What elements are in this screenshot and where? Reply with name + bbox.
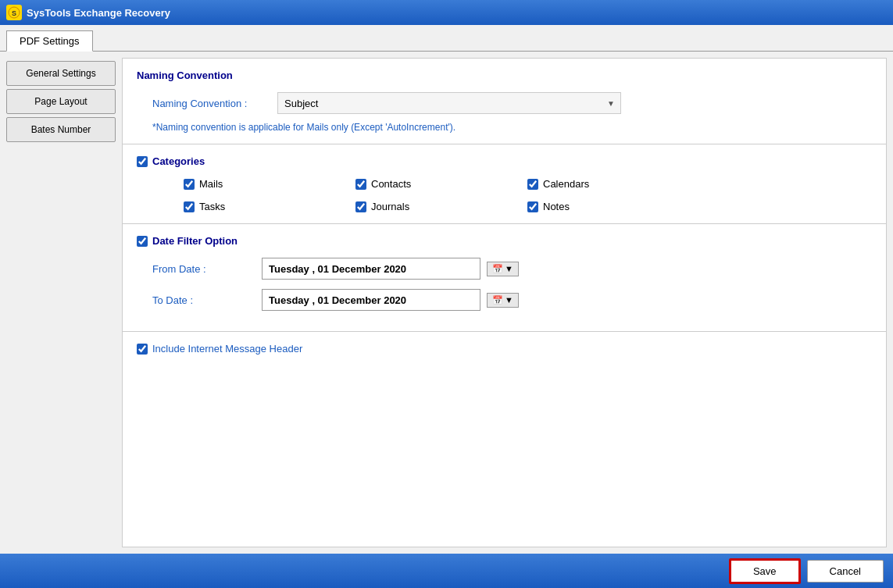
title-bar: S SysTools Exchange Recovery xyxy=(0,0,893,25)
internet-header-label: Include Internet Message Header xyxy=(152,343,302,355)
label-notes: Notes xyxy=(543,201,570,212)
naming-convention-select[interactable]: Subject AutoIncrement Date From To xyxy=(277,92,621,114)
categories-section: Categories Mails Contacts Calendars xyxy=(123,144,886,224)
tab-bar: PDF Settings xyxy=(0,25,893,52)
sidebar-page-layout[interactable]: Page Layout xyxy=(6,89,116,114)
app-icon: S xyxy=(6,5,22,20)
label-mails: Mails xyxy=(199,178,223,190)
label-contacts: Contacts xyxy=(371,178,411,190)
date-filter-title-wrapper: Date Filter Option xyxy=(137,235,238,247)
cancel-button[interactable]: Cancel xyxy=(807,560,884,583)
main-panel: Naming Convention Naming Convention : Su… xyxy=(122,58,887,547)
categories-checkbox[interactable] xyxy=(137,156,148,167)
internet-header-checkbox[interactable] xyxy=(137,344,148,355)
checkbox-calendars[interactable] xyxy=(527,179,538,190)
from-date-label: From Date : xyxy=(152,263,262,275)
internet-header-section: Include Internet Message Header xyxy=(123,332,886,365)
checkbox-tasks[interactable] xyxy=(184,201,195,212)
calendar-icon-2: 📅 xyxy=(492,295,503,305)
from-date-row: From Date : Tuesday , 01 December 2020 📅… xyxy=(137,258,872,280)
naming-convention-row: Naming Convention : Subject AutoIncremen… xyxy=(137,92,872,114)
to-date-row: To Date : Tuesday , 01 December 2020 📅 ▼ xyxy=(137,289,872,311)
svg-text:S: S xyxy=(12,9,16,17)
to-date-input[interactable]: Tuesday , 01 December 2020 xyxy=(262,289,480,311)
sidebar-general-settings[interactable]: General Settings xyxy=(6,61,116,86)
category-notes: Notes xyxy=(527,201,699,212)
dropdown-arrow: ▼ xyxy=(505,264,513,273)
to-date-label: To Date : xyxy=(152,294,262,306)
from-date-input[interactable]: Tuesday , 01 December 2020 xyxy=(262,258,480,280)
category-journals: Journals xyxy=(355,201,527,212)
checkbox-contacts[interactable] xyxy=(355,179,366,190)
to-date-wrapper: Tuesday , 01 December 2020 📅 ▼ xyxy=(262,289,519,311)
sidebar: General Settings Page Layout Bates Numbe… xyxy=(6,58,116,547)
app-title: SysTools Exchange Recovery xyxy=(27,7,170,19)
from-date-picker-button[interactable]: 📅 ▼ xyxy=(487,262,519,276)
from-date-wrapper: Tuesday , 01 December 2020 📅 ▼ xyxy=(262,258,519,280)
categories-title: Categories xyxy=(137,155,872,167)
content-area: General Settings Page Layout Bates Numbe… xyxy=(0,52,893,554)
checkbox-notes[interactable] xyxy=(527,201,538,212)
footer: Save Cancel xyxy=(0,554,893,588)
label-journals: Journals xyxy=(371,201,409,212)
main-window: PDF Settings General Settings Page Layou… xyxy=(0,25,893,588)
to-date-value: Tuesday , 01 December 2020 xyxy=(269,294,406,306)
categories-title-wrapper: Categories xyxy=(137,155,205,167)
naming-convention-select-wrapper: Subject AutoIncrement Date From To xyxy=(277,92,621,114)
date-filter-checkbox[interactable] xyxy=(137,236,148,247)
naming-convention-section: Naming Convention Naming Convention : Su… xyxy=(123,59,886,144)
category-tasks: Tasks xyxy=(184,201,355,212)
category-mails: Mails xyxy=(184,178,355,190)
sidebar-bates-number[interactable]: Bates Number xyxy=(6,117,116,142)
categories-grid: Mails Contacts Calendars Tasks xyxy=(137,178,872,212)
from-date-value: Tuesday , 01 December 2020 xyxy=(269,263,406,275)
date-filter-title: Date Filter Option xyxy=(137,235,872,247)
category-calendars: Calendars xyxy=(527,178,699,190)
naming-convention-title: Naming Convention xyxy=(137,69,872,81)
label-tasks: Tasks xyxy=(199,201,225,212)
calendar-icon: 📅 xyxy=(492,264,503,274)
label-calendars: Calendars xyxy=(543,178,589,190)
date-filter-section: Date Filter Option From Date : Tuesday ,… xyxy=(123,224,886,332)
checkbox-mails[interactable] xyxy=(184,179,195,190)
tab-pdf-settings[interactable]: PDF Settings xyxy=(6,30,93,52)
save-button[interactable]: Save xyxy=(729,558,801,584)
category-contacts: Contacts xyxy=(355,178,527,190)
checkbox-journals[interactable] xyxy=(355,201,366,212)
date-filter-label: Date Filter Option xyxy=(152,235,238,247)
to-date-picker-button[interactable]: 📅 ▼ xyxy=(487,293,519,308)
categories-label: Categories xyxy=(152,155,205,167)
naming-convention-note: *Naming convention is applicable for Mai… xyxy=(137,122,872,133)
dropdown-arrow-2: ▼ xyxy=(505,295,513,305)
internet-header-wrapper: Include Internet Message Header xyxy=(137,343,872,355)
naming-convention-label: Naming Convention : xyxy=(152,98,277,109)
